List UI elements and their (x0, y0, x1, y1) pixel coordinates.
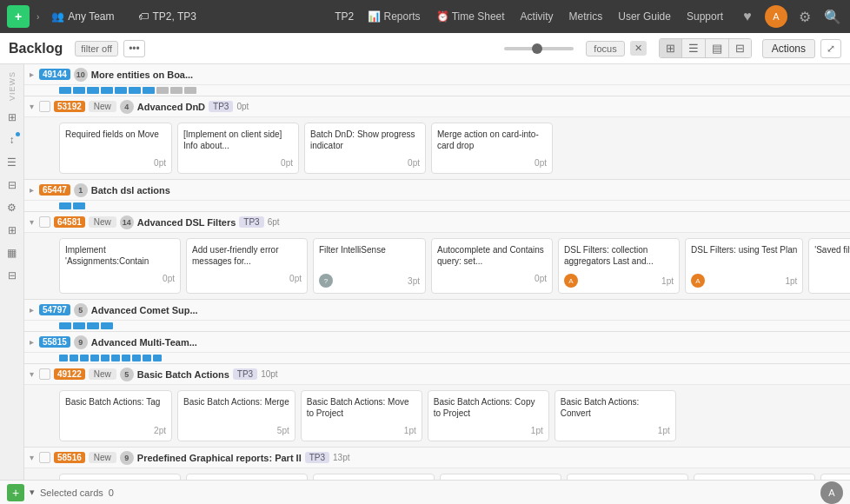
nav-logo[interactable]: + (7, 5, 30, 28)
card[interactable]: Process control chart: advanced hoverA2p… (59, 474, 181, 480)
card[interactable]: Process Control Chart: advanced?0pt (186, 474, 308, 480)
card[interactable]: [Implement on client side] Info about...… (177, 123, 299, 174)
card[interactable]: Different help for filter in charts1pt (567, 474, 688, 480)
nav-link-userguide[interactable]: User Guide (611, 8, 678, 25)
row-toggle[interactable]: ▾ (30, 453, 34, 462)
view-list-button[interactable]: ☰ (682, 39, 706, 57)
row-toggle[interactable]: ▾ (30, 369, 34, 379)
search-icon[interactable]: 🔍 (822, 6, 843, 27)
row-group: ▾58516New9Predefined Graphical reports: … (24, 448, 850, 480)
card[interactable]: DSL Filters: using Test PlanA1pt (685, 238, 803, 294)
row-checkbox[interactable] (39, 368, 50, 380)
sub-header: Backlog filter off ••• focus ✕ ⊞ ☰ ▤ ⊟ A… (0, 33, 850, 64)
progress-segment (90, 355, 99, 361)
card-title: DSL Filters: using Test Plan (691, 244, 797, 269)
row-points: 6pt (268, 217, 280, 227)
row-status: New (89, 452, 116, 463)
view-toggle-group: ⊞ ☰ ▤ ⊟ (659, 38, 752, 58)
cards-area: Basic Batch Actions: Tag2ptBasic Batch A… (24, 385, 850, 447)
progress-segment (73, 322, 85, 329)
sidebar-icon-extra2[interactable]: ▦ (3, 243, 22, 262)
card[interactable]: New Burndown Chart: one can only...2pt (313, 474, 435, 480)
row-checkbox[interactable] (39, 452, 50, 463)
progress-segment (59, 322, 71, 329)
row-toggle[interactable]: ▸ (30, 337, 34, 347)
row-checkbox[interactable] (39, 101, 50, 112)
actions-button[interactable]: Actions (762, 39, 815, 58)
zoom-slider-container (504, 47, 574, 50)
add-card-button[interactable]: + (7, 484, 24, 501)
sidebar-icon-extra3[interactable]: ⊟ (3, 266, 22, 285)
nav-project[interactable]: 🏷 TP2, TP3 (133, 9, 201, 24)
row-title: Advanced Comet Sup... (91, 305, 198, 315)
sidebar-icon-sort[interactable]: ↕ (3, 130, 22, 149)
selected-cards-count: 0 (109, 487, 114, 498)
row-toggle[interactable]: ▾ (30, 217, 34, 227)
row-id-badge: 49122 (54, 368, 85, 380)
card[interactable]: Basic Batch Actions: Merge5pt (177, 390, 296, 441)
filter-badge[interactable]: filter off (75, 41, 118, 56)
nav-team[interactable]: 👥 Any Team (46, 9, 119, 24)
nav-link-metrics[interactable]: Metrics (562, 8, 610, 25)
user-avatar[interactable]: A (765, 5, 787, 28)
card-title: [Implement on client side] Info about... (183, 129, 293, 153)
row-id-badge: 58516 (54, 452, 85, 463)
card[interactable]: Merge action on card-into-card drop0pt (431, 123, 553, 174)
row-toggle[interactable]: ▸ (30, 70, 34, 79)
slider-thumb[interactable] (532, 43, 542, 54)
heart-icon-btn[interactable]: ♥ (737, 6, 758, 27)
row-group: ▸558159Advanced Multi-Team... (24, 332, 850, 364)
zoom-slider[interactable] (504, 47, 574, 50)
row-toggle[interactable]: ▾ (30, 102, 34, 111)
card[interactable]: Basic Batch Actions: Copy to Project1pt (428, 390, 549, 441)
nav-link-reports[interactable]: 📊 Reports (361, 8, 427, 25)
card[interactable]: Burn Up Chart0pt (820, 474, 850, 480)
row-count: 10 (74, 68, 88, 82)
row-toggle[interactable]: ▸ (30, 185, 34, 195)
row-checkbox[interactable] (39, 216, 50, 228)
row-toggle[interactable]: ▸ (30, 305, 34, 315)
sidebar-icon-group[interactable]: ☰ (3, 153, 22, 172)
view-table-button[interactable]: ⊟ (729, 39, 751, 57)
card-title: Batch DnD: Show progress indicator (310, 129, 420, 153)
card-title: Filter IntelliSense (319, 244, 420, 269)
progress-segment (101, 355, 110, 361)
nav-link-support[interactable]: Support (680, 8, 730, 25)
card-footer: 0pt (192, 274, 302, 283)
card-footer: 0pt (183, 158, 293, 168)
bottom-user-avatar[interactable]: A (820, 481, 843, 504)
card[interactable]: Process control chart: scales selectionA… (440, 474, 561, 480)
filter-menu-button[interactable]: ••• (123, 40, 145, 57)
row-group: ▾49122New5Basic Batch ActionsTP310ptBasi… (24, 364, 850, 448)
card[interactable]: Basic Batch Actions: Move to Project1pt (301, 390, 422, 441)
sidebar-icon-settings[interactable]: ⚙ (3, 198, 22, 217)
card[interactable]: 'Saved filters' functionality0pt (808, 238, 850, 294)
main-layout: VIEWS ⊞ ↕ ☰ ⊟ ⚙ ⊞ ▦ ⊟ ▸4914410More entit… (0, 64, 850, 480)
card[interactable]: Add user-friendly error messages for...0… (186, 238, 308, 294)
card-footer: A1pt (691, 274, 797, 288)
view-compact-button[interactable]: ▤ (706, 39, 729, 57)
card[interactable]: Batch DnD: Show progress indicator0pt (304, 123, 426, 174)
sidebar-icon-filter[interactable]: ⊞ (3, 108, 22, 127)
nav-link-timesheet[interactable]: ⏰ Time Sheet (429, 8, 512, 25)
card[interactable]: DSL Filters: collection aggregators Last… (558, 238, 680, 294)
card[interactable]: Filter IntelliSense?3pt (313, 238, 426, 294)
card[interactable]: Basic Batch Actions: Tag2pt (59, 390, 172, 441)
card-title: Required fields on Move (65, 129, 166, 153)
card[interactable]: Autocomplete and Contains query: set...0… (431, 238, 553, 294)
settings-icon[interactable]: ⚙ (794, 6, 815, 27)
card-footer: 0pt (437, 158, 547, 168)
sidebar-icon-columns[interactable]: ⊟ (3, 176, 22, 195)
card[interactable]: Implement 'Assignments:Contain0pt (59, 238, 181, 294)
focus-button[interactable]: focus (586, 41, 624, 56)
view-grid-button[interactable]: ⊞ (660, 39, 682, 57)
card[interactable]: Required fields on Move0pt (59, 123, 172, 174)
focus-clear-button[interactable]: ✕ (630, 41, 647, 56)
card[interactable]: Basic Batch Actions: Convert1pt (554, 390, 676, 441)
card[interactable]: Show actual development speed2pt (694, 474, 815, 480)
progress-segment (87, 322, 99, 329)
card-footer: 0pt (814, 274, 850, 283)
sidebar-icon-extra1[interactable]: ⊞ (3, 221, 22, 240)
expand-button[interactable]: ⤢ (820, 39, 841, 58)
nav-link-activity[interactable]: Activity (514, 8, 561, 25)
